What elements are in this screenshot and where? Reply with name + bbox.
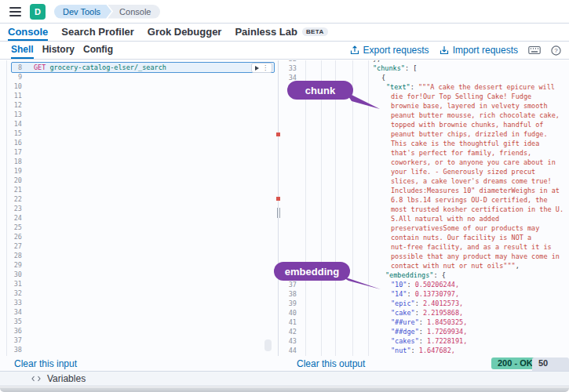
response-line: peanut butter chips, drizzled in fudge. <box>279 129 569 139</box>
editor-line: 35 <box>0 317 278 326</box>
editor-line: 21 <box>0 185 278 194</box>
response-line: nut-free facility, and as a result it is <box>279 242 569 252</box>
response-line: 37"10": 0.50206244, <box>279 280 569 289</box>
subtab-shell[interactable]: Shell <box>11 42 34 59</box>
editor-line: 20 <box>0 176 278 185</box>
response-line: 41"##ure": 1.8450325, <box>279 318 569 327</box>
response-lines: 32},33"chunks": [34{"text": """A cake th… <box>279 60 569 355</box>
response-line: that's perfect for family, friends, <box>279 148 569 158</box>
editor-line: 18 <box>0 157 278 166</box>
response-line: 6.8 lbs.14 servings OU-D certified, the <box>279 195 569 205</box>
editor-workspace: 78GET grocery-catalog-elser/_search91011… <box>0 60 569 371</box>
editor-line: 30 <box>0 270 278 279</box>
response-line: peanut butter mousse, rich chocolate cak… <box>279 111 569 120</box>
editor-line: 33 <box>0 298 278 307</box>
response-line: Includes:Measures 10" diameterWeighs in … <box>279 186 569 195</box>
breadcrumb-console[interactable]: Console <box>108 5 160 19</box>
response-line: This cake is the thoughtful gift idea <box>279 139 569 148</box>
response-editor[interactable]: 32},33"chunks": [34{"text": """A cake th… <box>279 60 569 356</box>
response-line: most trusted kosher certification in the… <box>279 205 569 214</box>
editor-line: 12 <box>0 100 278 110</box>
editor-line: 15 <box>0 129 278 138</box>
editor-line: 34 <box>0 307 278 317</box>
svg-text:?: ? <box>554 47 558 54</box>
response-line: topped with brownie chunks, handful of <box>279 120 569 129</box>
response-line: 40"cake": 2.2195868, <box>279 308 569 318</box>
request-editor[interactable]: 78GET grocery-catalog-elser/_search91011… <box>0 60 278 356</box>
response-line: contain nuts. Our facility is NOT a <box>279 233 569 242</box>
editor-line: 23 <box>0 204 278 213</box>
dev-tools-tabs: Console Search Profiler Grok Debugger Pa… <box>0 24 569 42</box>
import-icon <box>440 45 449 55</box>
editor-line[interactable]: 8GET grocery-catalog-elser/_search <box>0 63 278 72</box>
response-line: brownie base, layered in velvety smooth <box>279 101 569 111</box>
breadcrumb-dev-tools[interactable]: Dev Tools <box>54 5 111 19</box>
help-icon[interactable]: ? <box>551 45 561 56</box>
response-line: 38"14": 0.13730797, <box>279 289 569 299</box>
editor-line: 14 <box>0 119 278 129</box>
import-requests-button[interactable]: Import requests <box>440 45 518 56</box>
response-line: preservativesSome of our products may <box>279 223 569 233</box>
editor-line: 31 <box>0 279 278 289</box>
editor-line: 32 <box>0 289 278 298</box>
clear-input-link[interactable]: Clear this input <box>14 358 77 369</box>
editor-line: 38 <box>0 345 278 354</box>
menu-icon[interactable] <box>9 7 21 16</box>
response-line: 44"nut": 1.647682, <box>279 346 569 355</box>
deployment-logo[interactable]: D <box>30 4 46 20</box>
editor-line: 9 <box>0 72 278 82</box>
editor-line: 37 <box>0 336 278 345</box>
tab-grok-debugger[interactable]: Grok Debugger <box>148 24 222 41</box>
editor-line: 19 <box>0 166 278 176</box>
editor-line: 10 <box>0 82 278 91</box>
beta-badge: BETA <box>302 27 328 36</box>
tab-search-profiler[interactable]: Search Profiler <box>61 24 134 41</box>
response-line: S.All natural with no added <box>279 214 569 223</box>
send-request-button[interactable] <box>255 66 259 71</box>
editor-line: 27 <box>0 241 278 251</box>
editor-line: 17 <box>0 147 278 157</box>
response-line: slices, a cake lover's dreams come true! <box>279 176 569 186</box>
editor-line: 24 <box>0 213 278 223</box>
subtab-history[interactable]: History <box>42 42 75 59</box>
response-line: your life. - Generously sized precut <box>279 167 569 176</box>
variables-bar[interactable]: Variables <box>0 371 569 387</box>
editor-line: 13 <box>0 110 278 119</box>
editor-line: 26 <box>0 232 278 241</box>
chunk-callout: chunk <box>287 81 353 100</box>
keyboard-shortcuts-icon[interactable] <box>528 45 541 55</box>
top-navigation-bar: D Dev Tools Console <box>0 0 569 24</box>
variables-label: Variables <box>47 373 86 384</box>
code-icon <box>31 375 41 383</box>
kibana-console-window: D Dev Tools Console Console Search Profi… <box>0 0 569 392</box>
response-line: 39"epic": 2.4012573, <box>279 299 569 308</box>
response-line: possible that any product may have come … <box>279 252 569 261</box>
subtab-config[interactable]: Config <box>83 42 113 59</box>
tab-console[interactable]: Console <box>8 24 48 41</box>
editor-line: 29 <box>0 260 278 270</box>
response-line: 43"cakes": 1.7228191, <box>279 336 569 346</box>
editor-line: 36 <box>0 326 278 336</box>
window-bottom-edge <box>0 387 569 392</box>
response-line: 33"chunks": [ <box>279 64 569 73</box>
request-lines: 78GET grocery-catalog-elser/_search91011… <box>0 60 278 354</box>
embedding-callout: embedding <box>274 262 350 281</box>
export-requests-button[interactable]: Export requests <box>350 45 429 56</box>
request-actions: ⋮ <box>251 63 272 73</box>
console-toolbar: Shell History Config Export requests Imp… <box>0 42 569 60</box>
clear-output-link[interactable]: Clear this output <box>297 358 365 369</box>
editor-line: 25 <box>0 223 278 232</box>
request-menu-icon[interactable]: ⋮ <box>262 65 268 71</box>
editor-line: 28 <box>0 251 278 260</box>
breadcrumb: Dev Tools Console <box>54 5 160 19</box>
response-line: 42"##dge": 1.7269934, <box>279 327 569 336</box>
editor-line: 22 <box>0 194 278 204</box>
response-line: coworkers, or to anyone you care about i… <box>279 158 569 167</box>
tab-painless-lab[interactable]: Painless Lab BETA <box>235 24 327 41</box>
editor-line: 16 <box>0 138 278 147</box>
editor-line: 11 <box>0 91 278 100</box>
export-icon <box>350 45 359 55</box>
